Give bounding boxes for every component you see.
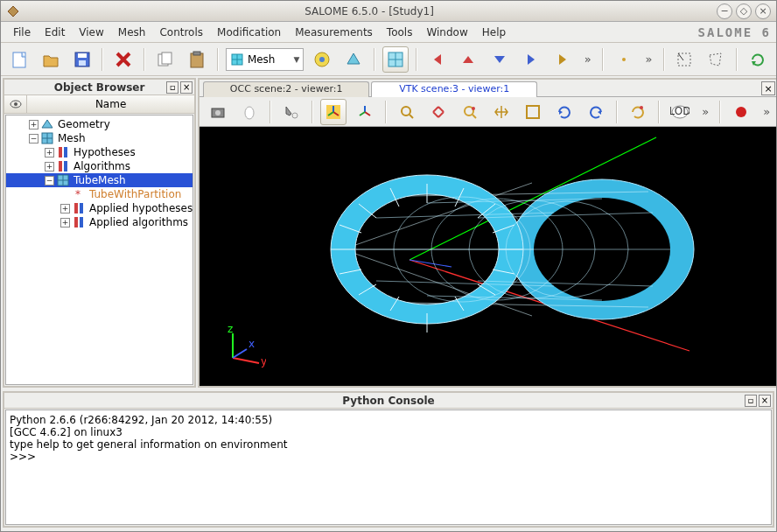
module-salome-button[interactable] bbox=[309, 46, 335, 73]
svg-marker-21 bbox=[528, 54, 535, 65]
tree-item[interactable]: +Hypotheses bbox=[6, 145, 192, 159]
menu-tools[interactable]: Tools bbox=[380, 24, 420, 41]
fit-all-button[interactable] bbox=[394, 99, 420, 125]
open-button[interactable] bbox=[38, 46, 64, 73]
tree-item-label: Hypotheses bbox=[72, 146, 136, 158]
svg-rect-4 bbox=[79, 60, 86, 66]
tree-item[interactable]: *TubeWithPartition bbox=[6, 187, 192, 201]
rotation-button[interactable] bbox=[551, 99, 578, 125]
tree-item[interactable]: −TubeMesh bbox=[6, 173, 192, 187]
svg-marker-20 bbox=[494, 56, 505, 63]
delete-button[interactable] bbox=[110, 46, 136, 73]
svg-point-60 bbox=[472, 107, 475, 110]
tree-item[interactable]: +Applied hypotheses bbox=[6, 201, 192, 215]
view-toolbar-expand-icon[interactable]: » bbox=[698, 105, 712, 118]
record-button[interactable] bbox=[728, 99, 754, 125]
viewport-3d[interactable]: z y x bbox=[200, 127, 777, 386]
object-tree[interactable]: +Geometry−Mesh+Hypotheses+Algorithms−Tub… bbox=[5, 115, 193, 385]
zoom-button[interactable] bbox=[457, 99, 483, 125]
tree-expander-icon[interactable]: + bbox=[60, 204, 70, 214]
tree-vis-column-icon[interactable] bbox=[4, 95, 27, 113]
tab-close-button[interactable]: × bbox=[761, 81, 775, 95]
tree-expander-icon[interactable]: − bbox=[29, 134, 38, 144]
view-area: OCC scene:2 - viewer:1 VTK scene:3 - vie… bbox=[198, 78, 777, 388]
menu-file[interactable]: File bbox=[6, 24, 38, 41]
axes-button[interactable] bbox=[352, 99, 378, 125]
tree-expander-icon[interactable]: + bbox=[45, 162, 54, 172]
view-toolbar-expand2-icon[interactable]: » bbox=[760, 105, 774, 118]
tab-vtk-scene[interactable]: VTK scene:3 - viewer:1 bbox=[371, 81, 537, 97]
tab-occ-scene[interactable]: OCC scene:2 - viewer:1 bbox=[203, 81, 369, 97]
panel-close-button[interactable]: × bbox=[180, 81, 192, 94]
tree-expander-icon[interactable]: + bbox=[60, 218, 70, 228]
rotation-cw-button[interactable] bbox=[583, 99, 609, 125]
svg-point-23 bbox=[622, 58, 626, 61]
app-icon bbox=[6, 4, 20, 18]
menu-view[interactable]: View bbox=[72, 24, 110, 41]
svg-line-55 bbox=[360, 112, 365, 116]
menu-measurements[interactable]: Measurements bbox=[288, 24, 380, 41]
interaction-style-button[interactable] bbox=[236, 99, 262, 125]
menu-window[interactable]: Window bbox=[419, 24, 474, 41]
panel-float-button[interactable]: ▫ bbox=[166, 81, 178, 94]
toolbar-expand-1-icon[interactable]: » bbox=[581, 52, 595, 66]
tree-item-label: TubeWithPartition bbox=[88, 188, 181, 200]
tree-item[interactable]: +Applied algorithms bbox=[6, 215, 192, 229]
toolbar-expand-2-icon[interactable]: » bbox=[642, 52, 656, 66]
close-button[interactable]: × bbox=[755, 4, 771, 19]
nav-home-button[interactable] bbox=[550, 46, 576, 73]
nav-left-button[interactable] bbox=[424, 46, 451, 73]
tree-item[interactable]: +Algorithms bbox=[6, 159, 192, 173]
trihedron-button[interactable] bbox=[320, 99, 346, 125]
lod-button[interactable]: LOD bbox=[667, 99, 693, 125]
tree-expander-icon[interactable]: − bbox=[45, 176, 54, 186]
rotation-point-button[interactable] bbox=[625, 99, 651, 125]
tree-name-column[interactable]: Name bbox=[27, 95, 194, 113]
tree-item[interactable]: +Geometry bbox=[6, 117, 192, 131]
menu-edit[interactable]: Edit bbox=[38, 24, 72, 41]
tree-expander-icon[interactable]: + bbox=[45, 148, 54, 158]
console-float-button[interactable]: ▫ bbox=[745, 395, 757, 407]
object-browser-panel: Object Browser ▫ × Name +Geometry−Mesh+H… bbox=[3, 78, 196, 388]
copy-button[interactable] bbox=[152, 46, 178, 73]
maximize-button[interactable]: ◇ bbox=[736, 4, 752, 19]
svg-text:*: * bbox=[75, 189, 80, 200]
select-rect-button[interactable] bbox=[672, 46, 698, 73]
geometry-icon bbox=[40, 117, 54, 131]
menu-controls[interactable]: Controls bbox=[152, 24, 210, 41]
object-browser-header: Object Browser ▫ × bbox=[4, 80, 194, 95]
global-pan-button[interactable] bbox=[520, 99, 546, 125]
svg-rect-61 bbox=[527, 106, 539, 118]
tree-expander-icon[interactable]: + bbox=[29, 120, 38, 130]
nav-up-button[interactable] bbox=[456, 46, 482, 73]
dump-view-button[interactable] bbox=[205, 99, 231, 125]
highlight-button[interactable] bbox=[278, 99, 304, 125]
paste-button[interactable] bbox=[184, 46, 210, 73]
select-point-button[interactable] bbox=[611, 46, 637, 73]
mesh-icon bbox=[40, 131, 54, 145]
select-poly-button[interactable] bbox=[703, 46, 729, 73]
tree-item[interactable]: −Mesh bbox=[6, 131, 192, 145]
python-console-header: Python Console ▫ × bbox=[4, 393, 773, 409]
new-button[interactable] bbox=[6, 46, 32, 73]
fit-area-button[interactable] bbox=[425, 99, 452, 125]
svg-text:x: x bbox=[248, 338, 255, 350]
python-console[interactable]: Python 2.6.6 (r266:84292, Jan 20 2012, 1… bbox=[5, 410, 772, 525]
refresh-button[interactable] bbox=[745, 46, 771, 73]
module-selector[interactable]: Mesh ▼ bbox=[226, 48, 304, 71]
menu-modification[interactable]: Modification bbox=[210, 24, 288, 41]
pan-button[interactable] bbox=[488, 99, 514, 125]
menu-help[interactable]: Help bbox=[475, 24, 513, 41]
svg-point-64 bbox=[640, 106, 643, 109]
window-titlebar: SALOME 6.5.0 - [Study1] − ◇ × bbox=[1, 1, 776, 22]
svg-point-46 bbox=[215, 110, 220, 116]
minimize-button[interactable]: − bbox=[717, 4, 732, 19]
menu-mesh[interactable]: Mesh bbox=[111, 24, 153, 41]
svg-rect-6 bbox=[162, 52, 172, 64]
module-mesh-button[interactable] bbox=[382, 46, 409, 73]
module-geom-button[interactable] bbox=[340, 46, 367, 73]
console-close-button[interactable]: × bbox=[759, 395, 771, 407]
nav-right-button[interactable] bbox=[518, 46, 544, 73]
nav-down-button[interactable] bbox=[486, 46, 513, 73]
save-button[interactable] bbox=[69, 46, 95, 73]
